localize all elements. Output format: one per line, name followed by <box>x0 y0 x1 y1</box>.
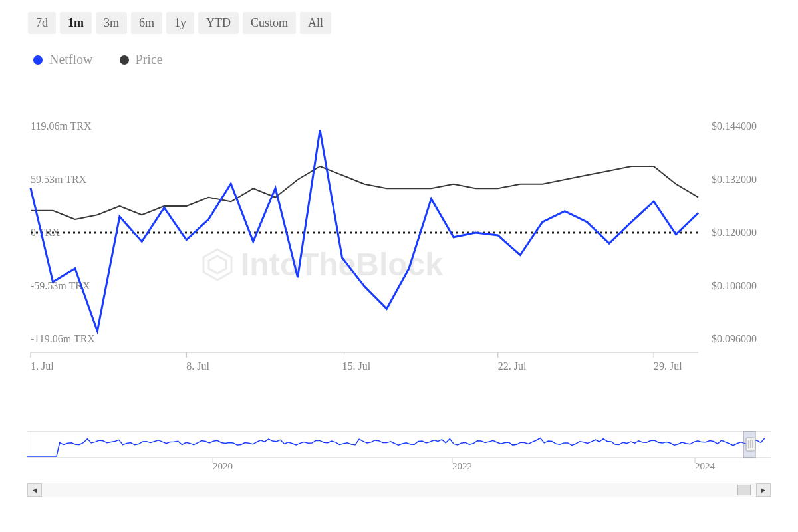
range-tab-1y[interactable]: 1y <box>166 12 194 34</box>
x-tick-label: 15. Jul <box>342 360 371 372</box>
x-tick-label: 22. Jul <box>498 360 527 372</box>
x-tick-label: 1. Jul <box>31 360 54 372</box>
scroll-thumb[interactable] <box>737 485 751 495</box>
y-right-tick-label: $0.096000 <box>712 333 757 344</box>
y-right-tick-label: $0.132000 <box>712 174 757 185</box>
legend-dot-icon <box>33 55 43 65</box>
range-tab-1m[interactable]: 1m <box>60 12 92 34</box>
netflow-series-line <box>31 130 698 331</box>
legend-dot-icon <box>120 55 129 65</box>
legend-item-netflow[interactable]: Netflow <box>33 52 93 67</box>
legend-item-price[interactable]: Price <box>120 52 163 67</box>
range-tabs: 7d1m3m6m1yYTDCustomAll <box>28 12 331 34</box>
y-right-tick-label: $0.108000 <box>712 280 757 291</box>
scroll-track[interactable] <box>42 483 756 497</box>
navigator[interactable]: 202020222024 ◄ ► <box>27 431 771 497</box>
range-tab-7d[interactable]: 7d <box>28 12 56 34</box>
chart-legend: NetflowPrice <box>33 52 163 67</box>
legend-label: Price <box>136 52 163 67</box>
y-left-tick-label: 59.53m TRX <box>31 174 87 185</box>
range-tab-all[interactable]: All <box>300 12 331 34</box>
navigator-scrollbar[interactable]: ◄ ► <box>27 483 771 497</box>
range-tab-6m[interactable]: 6m <box>131 12 162 34</box>
y-left-tick-label: -119.06m TRX <box>31 333 95 344</box>
navigator-handle-right[interactable] <box>746 438 755 451</box>
navigator-year-label: 2024 <box>695 461 716 471</box>
main-chart: 119.06m TRX59.53m TRX0 TRX-59.53m TRX-11… <box>27 126 771 372</box>
scroll-right-arrow[interactable]: ► <box>756 483 771 497</box>
navigator-year-label: 2022 <box>452 461 472 471</box>
y-right-tick-label: $0.120000 <box>712 227 757 238</box>
legend-label: Netflow <box>49 52 93 67</box>
range-tab-custom[interactable]: Custom <box>243 12 296 34</box>
range-tab-3m[interactable]: 3m <box>96 12 127 34</box>
y-left-tick-label: 0 TRX <box>31 227 60 238</box>
price-series-line <box>31 166 698 219</box>
navigator-mini-series <box>27 438 765 457</box>
range-tab-ytd[interactable]: YTD <box>198 12 239 34</box>
y-right-tick-label: $0.144000 <box>712 120 757 132</box>
navigator-year-label: 2020 <box>213 461 233 471</box>
x-tick-label: 8. Jul <box>186 360 209 372</box>
navigator-svg[interactable]: 202020222024 <box>27 431 771 471</box>
x-tick-label: 29. Jul <box>654 360 682 372</box>
chart-svg: 119.06m TRX59.53m TRX0 TRX-59.53m TRX-11… <box>27 126 771 372</box>
y-left-tick-label: 119.06m TRX <box>31 120 92 132</box>
scroll-left-arrow[interactable]: ◄ <box>27 483 42 497</box>
